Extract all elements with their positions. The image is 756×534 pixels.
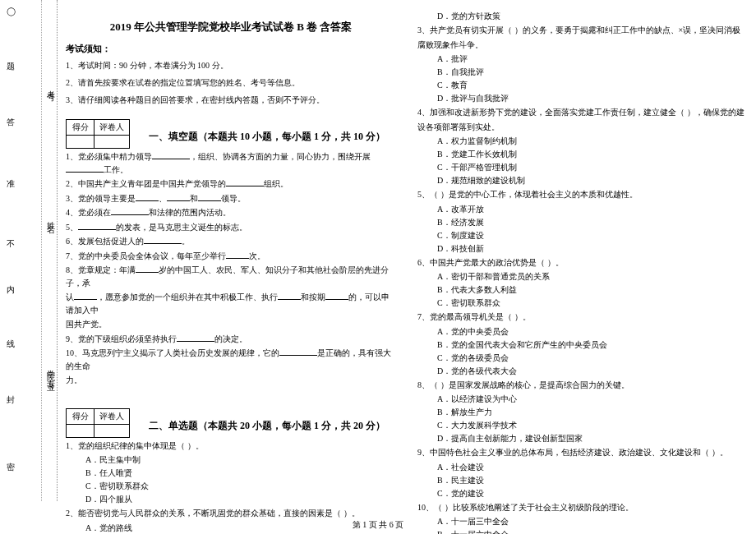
binding-mark: 准 [7,177,15,191]
opt: C．党的建设 [437,487,748,499]
binding-mark: 密 [7,460,15,475]
binding-margin: ◯ 题 答 准 不 内 线 封 密 考号 姓名 学院（专业） [0,0,58,501]
q-cont: 设各项部署落到实处。 [417,121,748,134]
binding-circle: ◯ [7,5,16,17]
opt: A．社会建设 [437,461,748,473]
page-footer: 第 1 页 共 6 页 [0,519,756,531]
score-label: 得分 [67,120,94,136]
q: 9、中国特色社会主义事业的总体布局，包括经济建设、政治建设、文化建设和（ ）。 [417,446,748,459]
fill-blank-questions: 1、党必须集中精力领导，组织、协调各方面的力量，同心协力，围绕开展工作。 2、中… [66,150,396,387]
opt: B．党建工作长效机制 [437,148,748,160]
q: 7、党的中央委员会全体会议，每年至少举行次。 [66,250,396,263]
binding-mark: 线 [7,337,15,352]
q: 10、（ ）比较系统地阐述了关于社会主义初级阶段的理论。 [417,501,748,514]
notice-heading: 考试须知： [66,43,396,55]
section2-title: 二、单选题（本题共 20 小题，每小题 1 分，共 20 分） [138,419,396,433]
q: 1、党的组织纪律的集中体现是（ ）。 [66,440,396,453]
mcq-right: D．党的方针政策 3、共产党员有切实开展（ ）的义务，要勇于揭露和纠正工作中的缺… [417,10,748,534]
notice-item: 1、考试时间：90 分钟，本卷满分为 100 分。 [66,59,396,72]
q: 8、（ ）是国家发展战略的核心，是提高综合国力的关键。 [417,379,748,392]
q: 2、能否密切党与人民群众的关系，不断巩固党的群众基础，直接的因素是（ ）。 [66,507,396,520]
q: 认，愿意参加党的一个组织并在其中积极工作、执行和按期的，可以申请加入中 [66,291,396,316]
marker-label: 评卷人 [94,120,130,136]
binding-mark: 答 [7,115,15,130]
opt: C．密切联系群众 [437,297,748,309]
opt: C．党的各级委员会 [437,352,748,364]
opt: C．密切联系群众 [85,480,396,492]
opt: A．权力监督制约机制 [437,135,748,147]
q: 力。 [66,374,396,387]
opt: C．大力发展科学技术 [437,419,748,431]
binding-mark: 题 [7,59,15,74]
q: 9、党的下级组织必须坚持执行的决定。 [66,333,396,346]
q: 10、马克思列宁主义揭示了人类社会历史发展的规律，它的是正确的，具有强大的生命 [66,347,396,372]
opt: D．规范细致的建设机制 [437,174,748,186]
notice-item: 3、请仔细阅读各种题目的回答要求，在密封线内答题，否则不予评分。 [66,94,396,107]
opt: B．民主建设 [437,474,748,486]
opt: B．代表大多数人利益 [437,283,748,296]
binding-field-id: 考号 [44,82,56,92]
q: 6、发展包括促进人的。 [66,235,396,248]
opt: A．民主集中制 [85,453,396,466]
opt: A．以经济建设为中心 [437,393,748,405]
opt: A．密切干部和普通党员的关系 [437,270,748,283]
q: 2、中国共产主义青年团是中国共产党领导的组织。 [66,177,396,191]
q: 3、党的领导主要是、和领导。 [66,192,396,205]
score-cell[interactable] [67,424,94,437]
marker-label: 评卷人 [94,408,130,424]
opt: B．党的全国代表大会和它所产生的中央委员会 [437,338,748,351]
opt: C．教育 [437,79,748,91]
marker-cell[interactable] [94,136,130,149]
marker-cell[interactable] [94,424,130,437]
exam-title: 2019 年公共管理学院党校毕业考试试卷 B 卷 含答案 [66,20,396,35]
opt: B．经济发展 [437,216,748,228]
opt: B．自我批评 [437,66,748,78]
right-column: D．党的方针政策 3、共产党员有切实开展（ ）的义务，要勇于揭露和纠正工作中的缺… [417,8,748,497]
q-cont: 腐败现象作斗争。 [417,39,748,52]
opt: C．干部严格管理机制 [437,161,748,173]
opt: D．党的各级代表大会 [437,365,748,377]
notice-list: 1、考试时间：90 分钟，本卷满分为 100 分。 2、请首先按要求在试卷的指定… [66,59,396,107]
binding-mark: 不 [7,237,15,251]
opt: A．批评 [437,53,748,65]
opt: D．批评与自我批评 [437,92,748,104]
opt: D．科技创新 [437,242,748,255]
score-label: 得分 [67,408,94,424]
opt: A．党的中央委员会 [437,325,748,338]
q: 8、党章规定：年满岁的中国工人、农民、军人、知识分子和其他社会阶层的先进分子，承 [66,264,396,289]
binding-mark: 封 [7,393,15,407]
opt: B．任人唯贤 [85,467,396,479]
q: 4、党必须在和法律的范围内活动。 [66,206,396,219]
q: 6、中国共产党最大的政治优势是（ ）。 [417,256,748,269]
left-column: 2019 年公共管理学院党校毕业考试试卷 B 卷 含答案 考试须知： 1、考试时… [66,8,396,497]
score-box: 得分 评卷人 [66,119,130,149]
score-cell[interactable] [67,136,94,149]
section1-title: 一、填空题（本题共 10 小题，每小题 1 分，共 10 分） [138,130,396,144]
q: 7、党的最高领导机关是（ ）。 [417,311,748,324]
opt: B．解放生产力 [437,406,748,418]
page-body: 2019 年公共管理学院党校毕业考试试卷 B 卷 含答案 考试须知： 1、考试时… [66,8,748,497]
q: 3、共产党员有切实开展（ ）的义务，要勇于揭露和纠正工作中的缺点、×误，坚决同消… [417,24,748,37]
q: 1、党必须集中精力领导，组织、协调各方面的力量，同心协力，围绕开展工作。 [66,150,396,176]
binding-mark: 内 [7,283,15,297]
opt: D．四个服从 [85,493,396,505]
notice-item: 2、请首先按要求在试卷的指定位置填写您的姓名、考号等信息。 [66,76,396,90]
binding-field-school: 学院（专业） [44,361,56,384]
q: 国共产党。 [66,318,396,331]
q: 5、（ ）是党的中心工作，体现着社会主义的本质和优越性。 [417,188,748,201]
binding-field-name: 姓名 [44,214,56,223]
opt: D．党的方针政策 [437,10,748,22]
score-box: 得分 评卷人 [66,408,130,438]
q: 5、的发表，是马克思主义诞生的标志。 [66,221,396,234]
opt: A．改革开放 [437,203,748,215]
opt: C．制度建设 [437,229,748,242]
opt: D．提高自主创新能力，建设创新型国家 [437,432,748,444]
q: 4、加强和改进新形势下党的建设，全面落实党建工作责任制，建立健全（ ），确保党的… [417,106,748,119]
